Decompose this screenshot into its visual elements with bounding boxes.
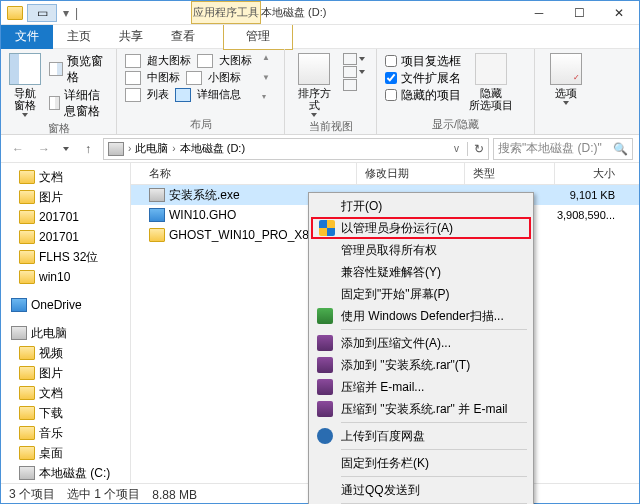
tree-item[interactable]: 本地磁盘 (C:) [1,463,130,483]
file-ext-toggle[interactable]: 文件扩展名 [385,70,461,86]
col-name[interactable]: 名称 [141,163,357,184]
ribbon: 导航窗格 预览窗格 详细信息窗格 窗格 超大图标大图标 中图标小图标 列表详细信… [1,49,639,135]
col-date[interactable]: 修改日期 [357,163,465,184]
context-menu-item[interactable]: 添加到 "安装系统.rar"(T) [311,354,531,376]
maximize-button[interactable]: ☐ [559,1,599,24]
ribbon-group-options: ✓ 选项 [535,49,581,134]
gallery-up-icon[interactable]: ▲ [262,53,270,62]
fit-columns-button[interactable] [343,79,365,91]
chevron-right-icon: › [172,143,175,154]
tree-item[interactable]: 201701 [1,227,130,247]
add-column-button[interactable] [343,66,365,78]
col-type[interactable]: 类型 [465,163,555,184]
context-menu-item[interactable]: 压缩并 E-mail... [311,376,531,398]
folder-icon [19,466,35,480]
group-by-button[interactable] [343,53,365,65]
ribbon-group-layout: 超大图标大图标 中图标小图标 列表详细信息 ▲ ▼ ▾ 布局 [117,49,285,134]
file-tab[interactable]: 文件 [1,24,53,49]
addr-dropdown[interactable]: v [454,143,459,154]
tree-item[interactable]: win10 [1,267,130,287]
detail-pane-icon [49,96,60,110]
address-bar[interactable]: › 此电脑 › 本地磁盘 (D:) v ↻ [103,138,489,160]
context-menu-item[interactable]: 固定到"开始"屏幕(P) [311,283,531,305]
tab-view[interactable]: 查看 [157,24,209,49]
navigation-tree[interactable]: 文档图片201701201701FLHS 32位win10OneDrive此电脑… [1,163,131,483]
tab-manage[interactable]: 管理 [223,24,293,50]
fitcol-icon [343,79,357,91]
ribbon-group-view: 排序方式 当前视图 [285,49,377,134]
sort-button[interactable]: 排序方式 [293,53,335,117]
context-menu-item[interactable]: 通过QQ发送到 [311,479,531,501]
minimize-button[interactable]: ─ [519,1,559,24]
qat-dropdown[interactable]: ▾ [61,6,71,20]
tree-item[interactable]: OneDrive [1,295,130,315]
folder-icon [19,190,35,204]
context-menu: 打开(O)以管理员身份运行(A)管理员取得所有权兼容性疑难解答(Y)固定到"开始… [308,192,534,504]
tree-item[interactable]: 图片 [1,187,130,207]
options-button[interactable]: ✓ 选项 [543,53,589,105]
hidden-items-toggle[interactable]: 隐藏的项目 [385,87,461,103]
status-count: 3 个项目 [9,486,55,503]
back-button[interactable]: ← [7,138,29,160]
window-title: 本地磁盘 (D:) [261,5,326,20]
tree-item[interactable]: 图片 [1,363,130,383]
qat-sep: | [75,6,89,20]
preview-pane-button[interactable]: 预览窗格 [49,53,108,85]
context-menu-item[interactable]: 固定到任务栏(K) [311,452,531,474]
detail-pane-button[interactable]: 详细信息窗格 [49,87,108,119]
gallery-down-icon[interactable]: ▼ [262,73,270,82]
history-dropdown[interactable] [59,138,73,160]
tree-item[interactable]: 此电脑 [1,323,130,343]
tree-item[interactable]: 文档 [1,167,130,187]
breadcrumb-root[interactable]: 此电脑 [135,141,168,156]
context-menu-item[interactable]: 管理员取得所有权 [311,239,531,261]
baidu-icon [317,428,333,444]
rar-icon [317,379,333,395]
layout-m-icon [125,71,141,85]
context-menu-item[interactable]: 上传到百度网盘 [311,425,531,447]
chevron-down-icon [563,101,569,105]
context-menu-item[interactable]: 以管理员身份运行(A) [311,217,531,239]
close-button[interactable]: ✕ [599,1,639,24]
folder-icon [19,230,35,244]
sort-icon [298,53,330,85]
shield-icon [319,220,335,236]
rar-icon [317,357,333,373]
forward-button[interactable]: → [33,138,55,160]
gallery-more-icon[interactable]: ▾ [262,92,270,101]
search-input[interactable]: 搜索"本地磁盘 (D:)" 🔍 [493,138,633,160]
tree-item[interactable]: 下载 [1,403,130,423]
titlebar: ▭ ▾ | 应用程序工具 本地磁盘 (D:) ─ ☐ ✕ [1,1,639,25]
col-size[interactable]: 大小 [555,163,623,184]
tree-item[interactable]: 音乐 [1,423,130,443]
context-menu-item[interactable]: 添加到压缩文件(A)... [311,332,531,354]
context-menu-item[interactable]: 打开(O) [311,195,531,217]
tree-item[interactable]: 201701 [1,207,130,227]
hide-selected-button[interactable]: 隐藏 所选项目 [469,53,513,111]
folder-icon [11,298,27,312]
tree-item[interactable]: FLHS 32位 [1,247,130,267]
tree-item[interactable]: 桌面 [1,443,130,463]
groupby-icon [343,53,357,65]
folder-icon [19,210,35,224]
folder-icon [19,250,35,264]
refresh-button[interactable]: ↻ [467,142,484,156]
folder-icon [19,346,35,360]
layout-gallery[interactable]: 超大图标大图标 中图标小图标 列表详细信息 [125,53,252,102]
folder-icon[interactable] [7,6,23,20]
options-icon: ✓ [550,53,582,85]
tree-item[interactable]: 文档 [1,383,130,403]
nav-pane-button[interactable]: 导航窗格 [9,53,41,117]
up-button[interactable]: ↑ [77,138,99,160]
layout-s-icon [186,71,202,85]
tab-home[interactable]: 主页 [53,24,105,49]
item-checkboxes-toggle[interactable]: 项目复选框 [385,53,461,69]
context-menu-item[interactable]: 压缩到 "安装系统.rar" 并 E-mail [311,398,531,420]
tab-share[interactable]: 共享 [105,24,157,49]
context-menu-item[interactable]: 使用 Windows Defender扫描... [311,305,531,327]
context-menu-item[interactable]: 兼容性疑难解答(Y) [311,261,531,283]
qat-btn-1[interactable]: ▭ [27,4,57,22]
tree-item[interactable]: 视频 [1,343,130,363]
ribbon-tabs: 文件 主页 共享 查看 管理 [1,25,639,49]
breadcrumb-current[interactable]: 本地磁盘 (D:) [180,141,245,156]
